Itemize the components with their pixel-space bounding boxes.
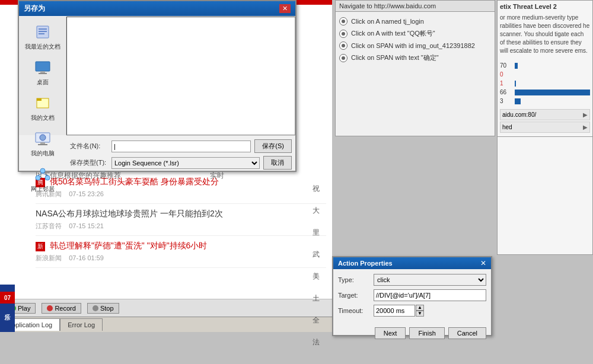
file-dialog-title-bar: 另存为 ✕: [19, 1, 295, 16]
news-source-1: 腾讯新闻 07-15 23:26: [36, 190, 326, 199]
sidebar-network[interactable]: 网上邻居: [31, 165, 55, 193]
target-row: Target:: [338, 289, 486, 301]
svg-rect-2: [39, 31, 47, 32]
record-indicator: [47, 305, 53, 311]
my-computer-svg: [34, 130, 51, 147]
news-title-3[interactable]: 新 韩总理解释"萨德"遭"蛋洗" "对峙"持续6小时: [36, 241, 326, 251]
recent-docs-icon: [33, 23, 52, 41]
filetype-select[interactable]: Login Sequence (*.lsr): [111, 157, 260, 169]
filename-input[interactable]: [111, 141, 251, 152]
action-item-1[interactable]: Click on A with text "QQ帐号": [339, 27, 491, 40]
sidebar-desktop[interactable]: 桌面: [33, 58, 52, 87]
filename-row: 文件名(N): 保存(S): [70, 139, 292, 153]
sidebar-my-docs[interactable]: 我的文档: [31, 94, 55, 122]
filename-label: 文件名(N):: [70, 142, 111, 151]
filetype-label: 保存类型(T):: [70, 158, 111, 167]
sidebar-recent-docs[interactable]: 我最近的文档: [25, 23, 60, 51]
action-item-3[interactable]: Click on SPAN with text "确定": [339, 52, 491, 64]
action-props-button-row: Next Finish Cancel: [333, 325, 491, 341]
expand-arrow-1: ▶: [583, 124, 588, 130]
action-radio-0[interactable]: [339, 17, 347, 25]
file-dialog-bottom: 文件名(N): 保存(S) 保存类型(T): Login Sequence (*…: [66, 135, 295, 171]
action-props-title-bar: Action Properties ✕: [333, 257, 491, 269]
side-label-5: 土: [313, 288, 330, 309]
stop-indicator: [93, 305, 98, 311]
svg-point-15: [45, 175, 50, 180]
action-props-close-button[interactable]: ✕: [480, 259, 486, 267]
target-input[interactable]: [374, 289, 486, 301]
news-item-1[interactable]: 腾 俄50名菜鸟特工街头豪车耍酷 身份暴露受处分 腾讯新闻 07-15 23:2…: [36, 172, 326, 204]
threat-bar-4: [515, 98, 521, 104]
threat-bar-3: [515, 90, 590, 95]
my-docs-label: 我的文档: [31, 114, 55, 122]
desktop-icon: [33, 58, 52, 77]
file-dialog-main-area: [66, 17, 295, 135]
threat-bar-2: [515, 81, 516, 87]
network-icon: [33, 165, 52, 184]
counter-badge: 07: [0, 292, 15, 304]
action-properties-dialog: Action Properties ✕ Type: click Target: …: [332, 256, 492, 336]
type-select[interactable]: click: [374, 274, 486, 286]
news-source-3: 新浪新闻 07-16 01:59: [36, 254, 326, 263]
next-button[interactable]: Next: [375, 327, 406, 339]
sidebar-my-computer[interactable]: 我的电脑: [31, 129, 55, 158]
action-radio-2[interactable]: [339, 41, 347, 50]
threat-description: or more medium-severity type rabilities …: [498, 12, 592, 56]
finish-button[interactable]: Finish: [409, 327, 444, 339]
record-button[interactable]: Record: [42, 303, 81, 314]
threat-num-1: 0: [500, 71, 515, 78]
threat-num-3: 66: [500, 89, 515, 95]
side-label-0: 祝: [313, 178, 330, 200]
action-item-0[interactable]: Click on A named tj_login: [339, 15, 491, 27]
action-props-body: Type: click Target: Timeout: ▲ ▼: [333, 269, 491, 325]
my-computer-icon: [33, 129, 52, 148]
news-badge-3: 新: [36, 242, 45, 251]
expand-arrow-0: ▶: [583, 111, 588, 118]
svg-rect-1: [39, 28, 47, 30]
file-dialog-close-button[interactable]: ✕: [279, 4, 291, 13]
threat-bar-row-1: 0: [498, 70, 592, 79]
cancel-props-button[interactable]: Cancel: [448, 327, 486, 339]
side-labels: 祝 大 里 武 美 土 全 法: [313, 178, 330, 353]
action-radio-1[interactable]: [339, 30, 347, 38]
threat-scroll-item-1[interactable]: hed ▶: [500, 122, 590, 133]
target-label: Target:: [338, 292, 374, 299]
svg-rect-8: [37, 98, 42, 101]
news-item-2[interactable]: NASA公布月球掠过地球珍贵照片 一年只能拍到2次 江苏音符 07-15 15:…: [36, 204, 326, 236]
timeout-input[interactable]: [374, 305, 415, 317]
save-button[interactable]: 保存(S): [254, 139, 292, 153]
spinner-down[interactable]: ▼: [416, 311, 424, 317]
svg-line-16: [38, 173, 43, 175]
action-radio-3[interactable]: [339, 54, 347, 62]
tab-error-log[interactable]: Error Log: [60, 318, 103, 331]
file-dialog-sidebar: 我最近的文档 桌面 我的文档: [19, 17, 66, 135]
news-title-2[interactable]: NASA公布月球掠过地球珍贵照片 一年只能拍到2次: [36, 209, 326, 219]
action-list-panel: Navigate to http://www.baidu.com Click o…: [335, 0, 495, 136]
spinner-up[interactable]: ▲: [416, 305, 424, 311]
type-label: Type:: [338, 276, 374, 283]
my-docs-icon: [33, 94, 52, 113]
action-list: Click on A named tj_login Click on A wit…: [336, 12, 495, 68]
timeout-label: Timeout:: [338, 307, 374, 314]
threat-bar-0: [515, 63, 518, 69]
side-label-4: 美: [313, 266, 330, 288]
threat-num-2: 1: [500, 80, 515, 87]
cancel-button[interactable]: 取消: [263, 156, 292, 170]
threat-bar-row-3: 66: [498, 88, 592, 97]
action-panel-title: Navigate to http://www.baidu.com: [336, 1, 495, 12]
news-title-1[interactable]: 腾 俄50名菜鸟特工街头豪车耍酷 身份暴露受处分: [36, 177, 326, 187]
news-list: 腾 俄50名菜鸟特工街头豪车耍酷 身份暴露受处分 腾讯新闻 07-15 23:2…: [36, 172, 326, 268]
svg-point-12: [40, 135, 46, 141]
svg-rect-5: [40, 71, 45, 73]
news-item-3[interactable]: 新 韩总理解释"萨德"遭"蛋洗" "对峙"持续6小时 新浪新闻 07-16 01…: [36, 236, 326, 268]
svg-rect-4: [36, 62, 50, 71]
network-svg: [34, 166, 51, 183]
threat-bar-row-2: 1: [498, 79, 592, 88]
svg-rect-11: [38, 144, 47, 145]
threat-bar-row-0: 70: [498, 61, 592, 70]
threat-scroll-item-0[interactable]: aidu.com:80/ ▶: [500, 109, 590, 120]
stop-button[interactable]: Stop: [87, 303, 119, 314]
timeout-row: Timeout: ▲ ▼: [338, 305, 486, 317]
my-computer-label: 我的电脑: [31, 149, 55, 158]
action-item-2[interactable]: Click on SPAN with id img_out_412391882: [339, 40, 491, 52]
